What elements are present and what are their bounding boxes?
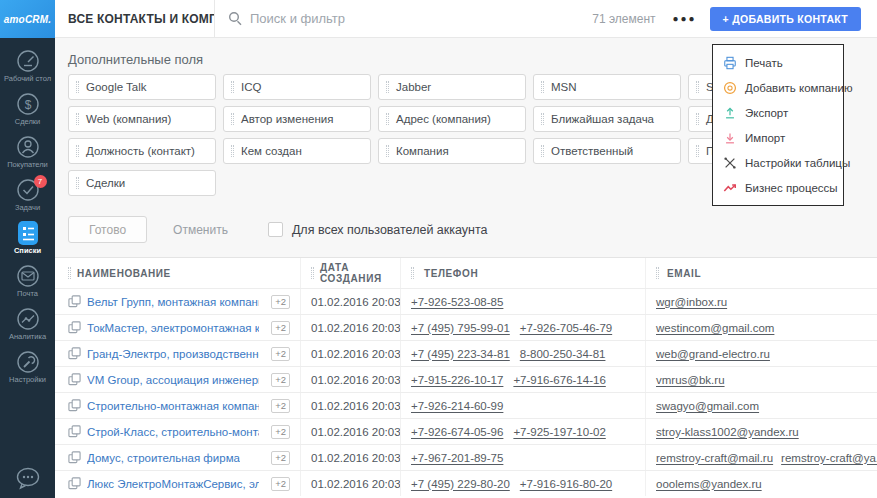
field-chip[interactable]: Адрес (компания)	[378, 106, 526, 132]
phone-link[interactable]: +7-925-197-10-02	[513, 426, 605, 438]
menu-item-export[interactable]: Экспорт	[713, 100, 843, 125]
field-chip[interactable]: Web (компания)	[68, 106, 216, 132]
all-users-checkbox[interactable]: Для всех пользователей аккаунта	[268, 222, 488, 237]
table-row[interactable]: Вельт Групп, монтажная компания +2 01.02…	[55, 288, 877, 314]
drag-handle-icon[interactable]	[311, 267, 314, 279]
phone-link[interactable]: +7-916-916-80-20	[520, 478, 612, 490]
header-phone[interactable]: ТЕЛЕФОН	[400, 258, 645, 288]
drag-handle-icon[interactable]	[386, 113, 389, 125]
field-chip[interactable]: Должность (контакт)	[68, 138, 216, 164]
drag-handle-icon[interactable]	[231, 113, 234, 125]
field-chip[interactable]: Компания	[378, 138, 526, 164]
header-name[interactable]: НАИМЕНОВАНИЕ	[55, 258, 300, 288]
contact-name-link[interactable]: Гранд-Электро, производственно-монтажн	[87, 348, 259, 360]
cancel-button[interactable]: Отменить	[173, 223, 228, 237]
phone-link[interactable]: +7-926-214-60-99	[411, 400, 503, 412]
sidebar-item-mail[interactable]: Почта	[0, 263, 55, 306]
menu-item-add-company[interactable]: Добавить компанию	[713, 75, 843, 100]
phone-link[interactable]: +7 (495) 795-99-01	[411, 322, 510, 334]
drag-handle-icon[interactable]	[386, 81, 389, 93]
drag-handle-icon[interactable]	[386, 145, 389, 157]
menu-item-import[interactable]: Импорт	[713, 125, 843, 150]
field-chip[interactable]: Автор изменения	[223, 106, 371, 132]
email-link[interactable]: remstroy-craft@mail.ru	[656, 452, 773, 464]
extra-count-badge[interactable]: +2	[271, 477, 290, 491]
email-link[interactable]: ooolems@yandex.ru	[656, 478, 762, 490]
extra-count-badge[interactable]: +2	[271, 399, 290, 413]
extra-count-badge[interactable]: +2	[271, 373, 290, 387]
extra-count-badge[interactable]: +2	[271, 425, 290, 439]
sidebar-item-tasks[interactable]: 7 Задачи	[0, 177, 55, 220]
drag-handle-icon[interactable]	[76, 81, 79, 93]
email-link[interactable]: remstroy-craft@ya.ru	[781, 452, 877, 464]
menu-item-business-process[interactable]: Бизнес процессы	[713, 175, 843, 200]
header-date[interactable]: ДАТА СОЗДАНИЯ	[300, 258, 400, 288]
email-link[interactable]: stroy-klass1002@yandex.ru	[656, 426, 799, 438]
contact-name-link[interactable]: Люкс ЭлектроМонтажСервис, электромонт	[87, 478, 259, 490]
drag-handle-icon[interactable]	[411, 267, 414, 279]
menu-item-print[interactable]: Печать	[713, 50, 843, 75]
field-chip[interactable]: MSN	[533, 74, 681, 100]
phone-link[interactable]: +7-926-674-05-96	[411, 426, 503, 438]
field-chip[interactable]: Ближайшая задача	[533, 106, 681, 132]
field-chip[interactable]: Сделки	[68, 170, 216, 196]
phone-link[interactable]: +7-915-226-10-17	[411, 374, 503, 386]
add-contact-button[interactable]: + ДОБАВИТЬ КОНТАКТ	[710, 7, 861, 31]
sidebar-item-analytics[interactable]: Аналитика	[0, 306, 55, 349]
drag-handle-icon[interactable]	[68, 267, 71, 279]
drag-handle-icon[interactable]	[696, 113, 699, 125]
drag-handle-icon[interactable]	[76, 177, 79, 189]
field-chip[interactable]: Jabber	[378, 74, 526, 100]
extra-count-badge[interactable]: +2	[271, 295, 290, 309]
contact-name-link[interactable]: Домус, строительная фирма	[87, 452, 240, 464]
phone-link[interactable]: +7-916-676-14-16	[513, 374, 605, 386]
field-chip[interactable]: Кем создан	[223, 138, 371, 164]
drag-handle-icon[interactable]	[696, 81, 699, 93]
menu-item-table-settings[interactable]: Настройки таблицы	[713, 150, 843, 175]
chat-icon[interactable]	[15, 466, 41, 490]
table-row[interactable]: Домус, строительная фирма +2 01.02.2016 …	[55, 444, 877, 470]
email-link[interactable]: web@grand-electro.ru	[656, 348, 770, 360]
drag-handle-icon[interactable]	[541, 145, 544, 157]
field-chip[interactable]: ICQ	[223, 74, 371, 100]
table-row[interactable]: Строительно-монтажная компания, ИП Кл +2…	[55, 392, 877, 418]
table-row[interactable]: Гранд-Электро, производственно-монтажн +…	[55, 340, 877, 366]
phone-link[interactable]: +7-926-705-46-79	[520, 322, 612, 334]
page-title[interactable]: ВСЕ КОНТАКТЫ И КОМП...	[55, 0, 215, 38]
checkbox-icon[interactable]	[268, 222, 283, 237]
phone-link[interactable]: +7 (495) 229-80-20	[411, 478, 510, 490]
drag-handle-icon[interactable]	[231, 145, 234, 157]
done-button[interactable]: Готово	[68, 216, 147, 243]
table-row[interactable]: VM Group, ассоциация инженерных предп +2…	[55, 366, 877, 392]
email-link[interactable]: westincom@gmail.com	[656, 322, 774, 334]
sidebar-item-buyers[interactable]: Покупатели	[0, 134, 55, 177]
table-row[interactable]: Люкс ЭлектроМонтажСервис, электромонт +2…	[55, 470, 877, 496]
field-chip[interactable]: Google Talk	[68, 74, 216, 100]
contact-name-link[interactable]: ТокМастер, электромонтажная компания	[87, 322, 259, 334]
amocrm-logo[interactable]: amoCRM.	[0, 0, 55, 38]
drag-handle-icon[interactable]	[696, 145, 699, 157]
drag-handle-icon[interactable]	[541, 113, 544, 125]
contact-name-link[interactable]: Строительно-монтажная компания, ИП Кл	[87, 400, 259, 412]
phone-link[interactable]: +7 (495) 223-34-81	[411, 348, 510, 360]
extra-count-badge[interactable]: +2	[271, 321, 290, 335]
drag-handle-icon[interactable]	[76, 113, 79, 125]
contact-name-link[interactable]: VM Group, ассоциация инженерных предп	[87, 374, 259, 386]
sidebar-item-deals[interactable]: $ Сделки	[0, 91, 55, 134]
sidebar-item-dashboard[interactable]: Рабочий стол	[0, 48, 55, 91]
drag-handle-icon[interactable]	[231, 81, 234, 93]
sidebar-item-lists[interactable]: Списки	[0, 220, 55, 263]
drag-handle-icon[interactable]	[541, 81, 544, 93]
extra-count-badge[interactable]: +2	[271, 451, 290, 465]
email-link[interactable]: swagyo@gmail.com	[656, 400, 759, 412]
phone-link[interactable]: 8-800-250-34-81	[520, 348, 606, 360]
table-row[interactable]: ТокМастер, электромонтажная компания +2 …	[55, 314, 877, 340]
table-row[interactable]: Строй-Класс, строительно-монтажная ком +…	[55, 418, 877, 444]
header-email[interactable]: EMAIL	[645, 258, 877, 288]
contact-name-link[interactable]: Вельт Групп, монтажная компания	[87, 296, 259, 308]
more-options-button[interactable]: ●●●	[672, 7, 698, 31]
drag-handle-icon[interactable]	[656, 267, 659, 279]
sidebar-item-settings[interactable]: Настройки	[0, 349, 55, 392]
email-link[interactable]: wgr@inbox.ru	[656, 296, 727, 308]
contact-name-link[interactable]: Строй-Класс, строительно-монтажная ком	[87, 426, 259, 438]
